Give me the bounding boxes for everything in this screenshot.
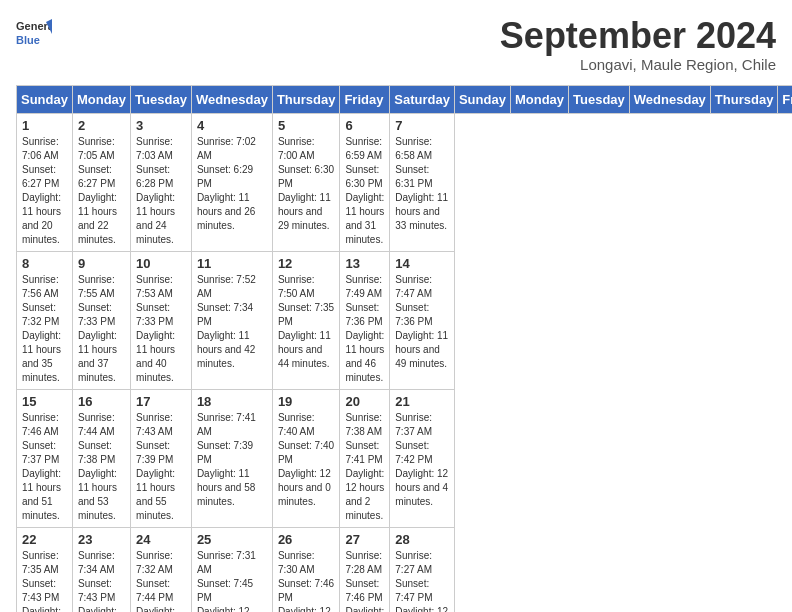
sunset: Sunset: 7:43 PM	[78, 577, 125, 605]
logo-svg: General Blue	[16, 16, 52, 52]
day-info: Sunrise: 7:03 AMSunset: 6:28 PMDaylight:…	[136, 135, 186, 247]
calendar-cell: 22Sunrise: 7:35 AMSunset: 7:43 PMDayligh…	[17, 527, 73, 612]
sunset: Sunset: 7:33 PM	[136, 301, 186, 329]
sunrise: Sunrise: 6:59 AM	[345, 135, 384, 163]
day-info: Sunrise: 7:38 AMSunset: 7:41 PMDaylight:…	[345, 411, 384, 523]
day-number: 9	[78, 256, 125, 271]
sunrise: Sunrise: 7:37 AM	[395, 411, 449, 439]
sunset: Sunset: 7:47 PM	[395, 577, 449, 605]
daylight: Daylight: 12 hours and 4 minutes.	[395, 467, 449, 509]
day-info: Sunrise: 7:47 AMSunset: 7:36 PMDaylight:…	[395, 273, 449, 371]
daylight: Daylight: 12 hours and 20 minutes.	[395, 605, 449, 612]
sunset: Sunset: 7:39 PM	[197, 439, 267, 467]
weekday-header-monday: Monday	[510, 85, 568, 113]
weekday-header-thursday: Thursday	[710, 85, 778, 113]
calendar-cell: 27Sunrise: 7:28 AMSunset: 7:46 PMDayligh…	[340, 527, 390, 612]
daylight: Daylight: 12 hours and 0 minutes.	[278, 467, 335, 509]
calendar-cell: 8Sunrise: 7:56 AMSunset: 7:32 PMDaylight…	[17, 251, 73, 389]
daylight: Daylight: 12 hours and 11 minutes.	[136, 605, 186, 612]
day-number: 20	[345, 394, 384, 409]
weekday-header-wednesday: Wednesday	[191, 85, 272, 113]
sunrise: Sunrise: 7:30 AM	[278, 549, 335, 577]
sunrise: Sunrise: 7:03 AM	[136, 135, 186, 163]
sunrise: Sunrise: 7:44 AM	[78, 411, 125, 439]
day-number: 21	[395, 394, 449, 409]
daylight: Daylight: 11 hours and 44 minutes.	[278, 329, 335, 371]
sunset: Sunset: 7:32 PM	[22, 301, 67, 329]
weekday-header-sunday: Sunday	[454, 85, 510, 113]
daylight: Daylight: 11 hours and 51 minutes.	[22, 467, 67, 523]
daylight: Daylight: 11 hours and 24 minutes.	[136, 191, 186, 247]
sunrise: Sunrise: 7:35 AM	[22, 549, 67, 577]
sunset: Sunset: 6:29 PM	[197, 163, 267, 191]
day-number: 6	[345, 118, 384, 133]
day-number: 19	[278, 394, 335, 409]
daylight: Daylight: 11 hours and 29 minutes.	[278, 191, 335, 233]
daylight: Daylight: 12 hours and 13 minutes.	[197, 605, 267, 612]
weekday-header-monday: Monday	[72, 85, 130, 113]
daylight: Daylight: 12 hours and 2 minutes.	[345, 467, 384, 523]
calendar-cell: 24Sunrise: 7:32 AMSunset: 7:44 PMDayligh…	[131, 527, 192, 612]
calendar-cell: 11Sunrise: 7:52 AMSunset: 7:34 PMDayligh…	[191, 251, 272, 389]
calendar-cell: 25Sunrise: 7:31 AMSunset: 7:45 PMDayligh…	[191, 527, 272, 612]
calendar-cell: 20Sunrise: 7:38 AMSunset: 7:41 PMDayligh…	[340, 389, 390, 527]
calendar-cell: 17Sunrise: 7:43 AMSunset: 7:39 PMDayligh…	[131, 389, 192, 527]
calendar-table: SundayMondayTuesdayWednesdayThursdayFrid…	[16, 85, 792, 612]
sunrise: Sunrise: 7:27 AM	[395, 549, 449, 577]
calendar-cell: 9Sunrise: 7:55 AMSunset: 7:33 PMDaylight…	[72, 251, 130, 389]
calendar-week-row: 15Sunrise: 7:46 AMSunset: 7:37 PMDayligh…	[17, 389, 793, 527]
sunrise: Sunrise: 7:43 AM	[136, 411, 186, 439]
day-number: 3	[136, 118, 186, 133]
weekday-header-saturday: Saturday	[390, 85, 455, 113]
day-info: Sunrise: 6:59 AMSunset: 6:30 PMDaylight:…	[345, 135, 384, 247]
sunrise: Sunrise: 7:00 AM	[278, 135, 335, 163]
calendar-cell: 15Sunrise: 7:46 AMSunset: 7:37 PMDayligh…	[17, 389, 73, 527]
sunrise: Sunrise: 7:06 AM	[22, 135, 67, 163]
day-info: Sunrise: 7:02 AMSunset: 6:29 PMDaylight:…	[197, 135, 267, 233]
day-number: 18	[197, 394, 267, 409]
daylight: Daylight: 11 hours and 26 minutes.	[197, 191, 267, 233]
month-title: September 2024	[500, 16, 776, 56]
day-number: 4	[197, 118, 267, 133]
day-info: Sunrise: 7:40 AMSunset: 7:40 PMDaylight:…	[278, 411, 335, 509]
day-number: 26	[278, 532, 335, 547]
sunset: Sunset: 7:35 PM	[278, 301, 335, 329]
sunset: Sunset: 6:30 PM	[345, 163, 384, 191]
daylight: Daylight: 11 hours and 31 minutes.	[345, 191, 384, 247]
sunset: Sunset: 7:43 PM	[22, 577, 67, 605]
day-info: Sunrise: 7:00 AMSunset: 6:30 PMDaylight:…	[278, 135, 335, 233]
calendar-header-row: SundayMondayTuesdayWednesdayThursdayFrid…	[17, 85, 793, 113]
day-info: Sunrise: 7:31 AMSunset: 7:45 PMDaylight:…	[197, 549, 267, 612]
daylight: Daylight: 12 hours and 7 minutes.	[22, 605, 67, 612]
weekday-header-friday: Friday	[778, 85, 792, 113]
day-info: Sunrise: 7:44 AMSunset: 7:38 PMDaylight:…	[78, 411, 125, 523]
day-info: Sunrise: 7:28 AMSunset: 7:46 PMDaylight:…	[345, 549, 384, 612]
sunset: Sunset: 7:39 PM	[136, 439, 186, 467]
daylight: Daylight: 11 hours and 40 minutes.	[136, 329, 186, 385]
day-number: 13	[345, 256, 384, 271]
sunrise: Sunrise: 6:58 AM	[395, 135, 449, 163]
calendar-cell: 14Sunrise: 7:47 AMSunset: 7:36 PMDayligh…	[390, 251, 455, 389]
svg-text:Blue: Blue	[16, 34, 40, 46]
day-info: Sunrise: 7:05 AMSunset: 6:27 PMDaylight:…	[78, 135, 125, 247]
sunrise: Sunrise: 7:52 AM	[197, 273, 267, 301]
day-number: 1	[22, 118, 67, 133]
logo: General Blue	[16, 16, 52, 52]
daylight: Daylight: 11 hours and 33 minutes.	[395, 191, 449, 233]
sunrise: Sunrise: 7:38 AM	[345, 411, 384, 439]
day-info: Sunrise: 7:30 AMSunset: 7:46 PMDaylight:…	[278, 549, 335, 612]
calendar-cell: 5Sunrise: 7:00 AMSunset: 6:30 PMDaylight…	[272, 113, 340, 251]
day-number: 11	[197, 256, 267, 271]
sunrise: Sunrise: 7:05 AM	[78, 135, 125, 163]
day-number: 14	[395, 256, 449, 271]
day-number: 22	[22, 532, 67, 547]
calendar-cell: 16Sunrise: 7:44 AMSunset: 7:38 PMDayligh…	[72, 389, 130, 527]
weekday-header-friday: Friday	[340, 85, 390, 113]
day-info: Sunrise: 7:56 AMSunset: 7:32 PMDaylight:…	[22, 273, 67, 385]
day-info: Sunrise: 7:35 AMSunset: 7:43 PMDaylight:…	[22, 549, 67, 612]
day-info: Sunrise: 7:37 AMSunset: 7:42 PMDaylight:…	[395, 411, 449, 509]
calendar-week-row: 8Sunrise: 7:56 AMSunset: 7:32 PMDaylight…	[17, 251, 793, 389]
daylight: Daylight: 11 hours and 22 minutes.	[78, 191, 125, 247]
day-info: Sunrise: 7:55 AMSunset: 7:33 PMDaylight:…	[78, 273, 125, 385]
title-block: September 2024 Longavi, Maule Region, Ch…	[500, 16, 776, 73]
